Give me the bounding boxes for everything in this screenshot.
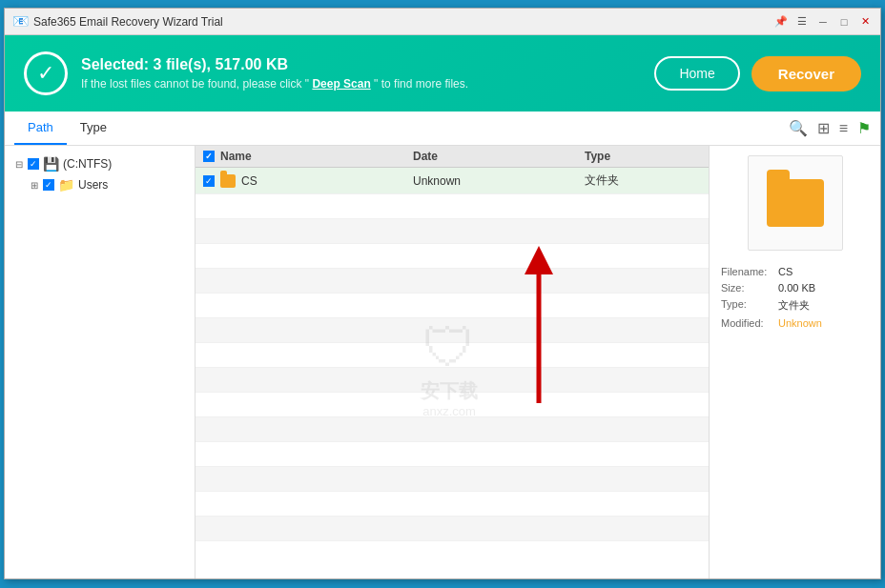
empty-row (196, 244, 709, 269)
filename-label: Filename: (721, 266, 778, 277)
header-checkbox[interactable]: ✓ (203, 151, 215, 162)
info-before: If the lost files cannot be found, pleas… (81, 77, 309, 91)
empty-row (196, 393, 709, 417)
empty-row (196, 517, 709, 541)
file-name: CS (241, 174, 257, 188)
empty-row (196, 219, 709, 244)
folder-small-icon (220, 174, 236, 188)
info-panel: Filename: CS Size: 0.00 KB Type: 文件夹 Mod… (709, 146, 880, 578)
header-left: ✓ Selected: 3 file(s), 517.00 KB If the … (24, 51, 468, 95)
info-after: " to find more files. (374, 77, 468, 91)
drive-checkbox[interactable]: ✓ (28, 158, 39, 170)
info-size-row: Size: 0.00 KB (721, 282, 869, 294)
file-date: Unknown (413, 174, 585, 188)
grid-icon[interactable]: ⊞ (817, 119, 830, 137)
app-icon: 📧 (12, 13, 30, 30)
window-title: Safe365 Email Recovery Wizard Trial (33, 15, 773, 29)
pin-button[interactable]: 📌 (773, 14, 789, 30)
minimize-button[interactable]: ─ (815, 14, 831, 30)
main-content: ⊟ ✓ 💾 (C:NTFS) ⊞ ✓ 📁 Users ✓ Name (5, 146, 880, 578)
home-button[interactable]: Home (654, 56, 739, 91)
file-name-cell: ✓ CS (203, 174, 413, 188)
empty-row (196, 492, 709, 517)
empty-row (196, 343, 709, 368)
table-row[interactable]: ✓ CS Unknown 文件夹 (196, 168, 709, 194)
tree-children: ⊞ ✓ 📁 Users (10, 174, 189, 195)
close-button[interactable]: ✕ (857, 14, 873, 30)
tree-item-users[interactable]: ⊞ ✓ 📁 Users (26, 174, 189, 195)
window-controls: 📌 ☰ ─ □ ✕ (773, 14, 873, 30)
empty-row (196, 467, 709, 492)
empty-row (196, 194, 709, 219)
empty-row (196, 269, 709, 294)
users-checkbox[interactable]: ✓ (43, 179, 54, 191)
users-expand-icon: ⊞ (30, 180, 39, 191)
col-name-header: ✓ Name (203, 150, 413, 163)
file-list-header: ✓ Name Date Type (196, 146, 709, 168)
folder-preview (748, 155, 843, 251)
file-type: 文件夹 (585, 172, 680, 189)
empty-row (196, 442, 709, 467)
empty-row (196, 318, 709, 343)
users-label: Users (78, 178, 108, 192)
info-modified-row: Modified: Unknown (721, 317, 869, 329)
col-date-header: Date (413, 150, 585, 163)
folder-icon: 📁 (58, 177, 74, 193)
col-type-header: Type (585, 150, 680, 163)
menu-button[interactable]: ☰ (794, 14, 810, 30)
row-checkbox[interactable]: ✓ (203, 175, 215, 187)
empty-row (196, 417, 709, 442)
modified-label: Modified: (721, 317, 778, 329)
header-banner: ✓ Selected: 3 file(s), 517.00 KB If the … (5, 35, 880, 112)
toolbar-icons: 🔍 ⊞ ≡ ⚑ (789, 119, 871, 137)
expand-icon: ⊟ (14, 159, 24, 170)
check-circle-icon: ✓ (24, 51, 68, 95)
info-table: Filename: CS Size: 0.00 KB Type: 文件夹 Mod… (721, 266, 869, 334)
title-bar: 📧 Safe365 Email Recovery Wizard Trial 📌 … (5, 9, 880, 35)
deep-scan-link[interactable]: Deep Scan (312, 77, 370, 91)
toolbar: Path Type 🔍 ⊞ ≡ ⚑ (5, 112, 880, 146)
tree-item-drive[interactable]: ⊟ ✓ 💾 (C:NTFS) (10, 153, 189, 174)
header-buttons: Home Recover (654, 56, 861, 91)
filename-value: CS (778, 266, 792, 277)
size-value: 0.00 KB (778, 282, 815, 294)
type-label: Type: (721, 298, 778, 313)
file-list-panel: ✓ Name Date Type ✓ CS Unknown 文件夹 (196, 146, 709, 578)
type-value: 文件夹 (778, 298, 810, 313)
selected-label: Selected: 3 file(s), 517.00 KB (81, 56, 468, 73)
tab-type[interactable]: Type (67, 112, 120, 145)
size-label: Size: (721, 282, 778, 294)
header-text: Selected: 3 file(s), 517.00 KB If the lo… (81, 56, 468, 91)
flag-icon[interactable]: ⚑ (857, 119, 871, 137)
file-tree-panel: ⊟ ✓ 💾 (C:NTFS) ⊞ ✓ 📁 Users (5, 146, 196, 578)
maximize-button[interactable]: □ (836, 14, 852, 30)
drive-icon: 💾 (43, 156, 59, 172)
drive-label: (C:NTFS) (63, 157, 112, 171)
info-type-row: Type: 文件夹 (721, 298, 869, 313)
list-icon[interactable]: ≡ (839, 120, 848, 137)
info-filename-row: Filename: CS (721, 266, 869, 277)
empty-row (196, 294, 709, 318)
modified-value: Unknown (778, 317, 822, 329)
tab-path[interactable]: Path (14, 112, 67, 145)
info-text: If the lost files cannot be found, pleas… (81, 77, 468, 91)
search-icon[interactable]: 🔍 (789, 119, 808, 137)
folder-large-icon (767, 179, 824, 227)
recover-button[interactable]: Recover (751, 56, 861, 91)
empty-row (196, 368, 709, 393)
